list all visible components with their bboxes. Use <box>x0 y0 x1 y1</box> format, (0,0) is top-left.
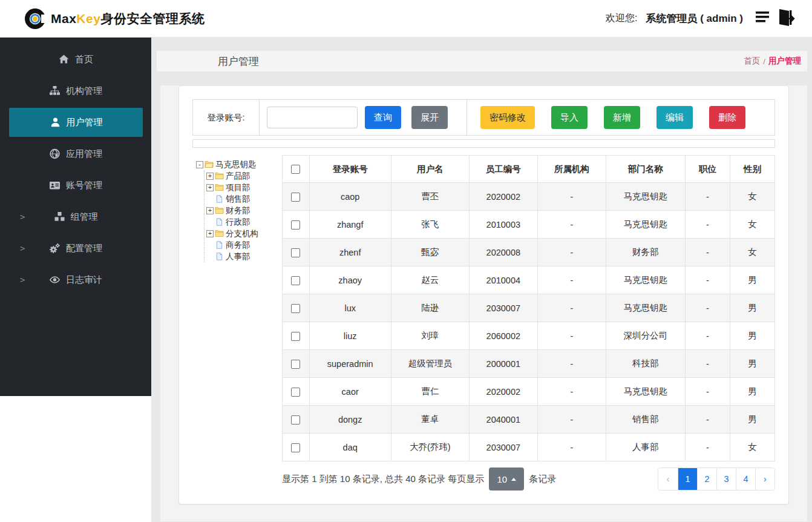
logout-icon[interactable] <box>776 8 796 30</box>
table-cell: - <box>685 266 730 294</box>
sidebar-item-app[interactable]: 应用管理 <box>0 138 151 170</box>
add-button[interactable]: 新增 <box>604 106 640 129</box>
table-cell: 曹丕 <box>391 183 469 211</box>
row-checkbox[interactable] <box>291 276 300 285</box>
table-row[interactable]: liuz刘璋2060002-深圳分公司-男 <box>283 322 775 350</box>
change-password-button[interactable]: 密码修改 <box>480 106 535 129</box>
folder-icon <box>215 206 224 214</box>
row-checkbox[interactable] <box>291 332 300 341</box>
sidebar-item-label: 账号管理 <box>66 180 102 191</box>
table-cell: 男 <box>730 350 775 378</box>
tree-node-root[interactable]: -马克思钥匙 <box>196 159 282 170</box>
page-size-dropdown[interactable]: 10 <box>489 467 524 491</box>
tree-node-child[interactable]: 商务部 <box>206 239 282 251</box>
pagination-page-1[interactable]: 1 <box>678 468 697 490</box>
row-checkbox[interactable] <box>291 220 300 230</box>
tree-node-label: 马克思钥匙 <box>215 159 257 170</box>
menu-list-icon[interactable] <box>755 9 773 28</box>
expand-button[interactable]: 展开 <box>411 106 448 129</box>
row-checkbox[interactable] <box>291 248 300 257</box>
table-row[interactable]: dongz董卓2040001-销售部-男 <box>283 406 775 434</box>
pagination-prev-button[interactable]: ‹ <box>658 468 678 490</box>
table-cell: - <box>537 322 606 350</box>
table-cell: - <box>685 294 730 322</box>
sidebar-item-label: 配置管理 <box>66 243 102 254</box>
delete-button[interactable]: 删除 <box>709 106 745 129</box>
tree-node-child[interactable]: +产品部 <box>206 170 282 182</box>
table-cell: 2000001 <box>469 350 537 378</box>
tree-node-child[interactable]: +财务部 <box>206 205 282 216</box>
pagination-page-4[interactable]: 4 <box>736 468 755 490</box>
pagination-page-3[interactable]: 3 <box>716 468 736 490</box>
tree-expand-icon[interactable]: + <box>206 173 214 180</box>
tree-expand-icon[interactable]: + <box>206 230 214 237</box>
table-row[interactable]: zhangf张飞2010003-马克思钥匙-女 <box>283 211 775 239</box>
table-cell: 马克思钥匙 <box>606 294 685 322</box>
pagination-summary: 显示第 1 到第 10 条记录, 总共 40 条记录 每页显示 <box>282 474 484 485</box>
sidebar-item-home[interactable]: 首页 <box>0 44 151 75</box>
tree-node-child[interactable]: +分支机构 <box>206 228 282 239</box>
table-row[interactable]: zhenf甄宓2020008-财务部-女 <box>283 239 775 266</box>
table-cell: - <box>537 239 606 266</box>
row-checkbox[interactable] <box>291 443 300 452</box>
tree-expand-icon[interactable]: + <box>206 184 214 191</box>
pagination-page-2[interactable]: 2 <box>697 468 716 490</box>
tree-node-child[interactable]: 销售部 <box>206 193 282 205</box>
tree-node-label: 行政部 <box>226 217 250 228</box>
tree-collapse-icon[interactable]: - <box>196 161 203 168</box>
row-checkbox[interactable] <box>291 360 300 369</box>
sidebar-item-org[interactable]: 机构管理 <box>0 75 151 107</box>
sitemap-icon <box>49 85 61 96</box>
sidebar-item-label: 首页 <box>75 54 93 65</box>
tree-node-child[interactable]: +项目部 <box>206 182 282 193</box>
sidebar-item-audit[interactable]: >日志审计 <box>0 264 151 296</box>
table-row[interactable]: caop曹丕2020002-马克思钥匙-女 <box>283 183 775 211</box>
table-cell: 马克思钥匙 <box>606 183 685 211</box>
login-account-input[interactable] <box>267 107 358 128</box>
folder-icon <box>215 172 224 180</box>
sidebar-item-account[interactable]: 账号管理 <box>0 170 151 201</box>
tree-node-label: 商务部 <box>226 240 250 251</box>
main-content: 用户管理 首页 / 用户管理 登录账号: 查询 展开 密码修改导入新增编辑删除 … <box>151 38 812 522</box>
table-cell: - <box>685 183 730 211</box>
table-cell: zhaoy <box>309 266 391 294</box>
query-button[interactable]: 查询 <box>365 106 401 129</box>
pagination-next-button[interactable]: › <box>755 468 774 490</box>
brand: MaxKey身份安全管理系统 <box>23 7 205 31</box>
tree-node-child[interactable]: 行政部 <box>206 216 282 228</box>
sidebar-item-config[interactable]: >配置管理 <box>0 233 151 264</box>
chevron-right-icon: > <box>20 243 25 253</box>
table-row[interactable]: superadmin超级管理员2000001-科技部-男 <box>283 350 775 378</box>
table-cell: - <box>537 406 606 434</box>
table-row[interactable]: caor曹仁2020002-马克思钥匙-男 <box>283 378 775 406</box>
row-checkbox[interactable] <box>291 388 300 397</box>
tree-node-child[interactable]: 人事部 <box>206 251 282 262</box>
column-header: 员工编号 <box>469 156 537 183</box>
table-row[interactable]: zhaoy赵云2010004-马克思钥匙-男 <box>283 266 775 294</box>
table-cell: caor <box>309 378 391 406</box>
edit-button[interactable]: 编辑 <box>656 106 693 129</box>
tree-node-label: 人事部 <box>226 251 250 262</box>
chevron-right-icon: > <box>20 275 25 285</box>
records-suffix-label: 条记录 <box>529 474 556 485</box>
row-checkbox[interactable] <box>291 193 300 202</box>
table-row[interactable]: daq大乔(乔玮)2030007-人事部-女 <box>283 434 775 461</box>
breadcrumb-current: 用户管理 <box>768 56 801 67</box>
row-checkbox[interactable] <box>291 415 300 425</box>
table-cell: 人事部 <box>606 434 685 461</box>
tree-expand-icon[interactable]: + <box>206 207 214 214</box>
table-row[interactable]: lux陆逊2030007-马克思钥匙-男 <box>283 294 775 322</box>
sidebar-item-label: 用户管理 <box>67 117 103 128</box>
select-all-checkbox[interactable] <box>291 165 300 174</box>
import-button[interactable]: 导入 <box>551 106 588 129</box>
breadcrumb-home-link[interactable]: 首页 <box>744 56 760 67</box>
sidebar-item-group[interactable]: >组管理 <box>0 201 151 233</box>
table-cell: 张飞 <box>391 211 469 239</box>
page-title: 用户管理 <box>218 55 259 68</box>
table-cell: - <box>537 183 606 211</box>
row-checkbox[interactable] <box>291 304 300 313</box>
table-cell: 深圳分公司 <box>606 322 685 350</box>
table-cell: 女 <box>730 434 775 461</box>
sidebar-item-user[interactable]: 用户管理 <box>9 108 143 137</box>
table-cell: 马克思钥匙 <box>606 378 685 406</box>
